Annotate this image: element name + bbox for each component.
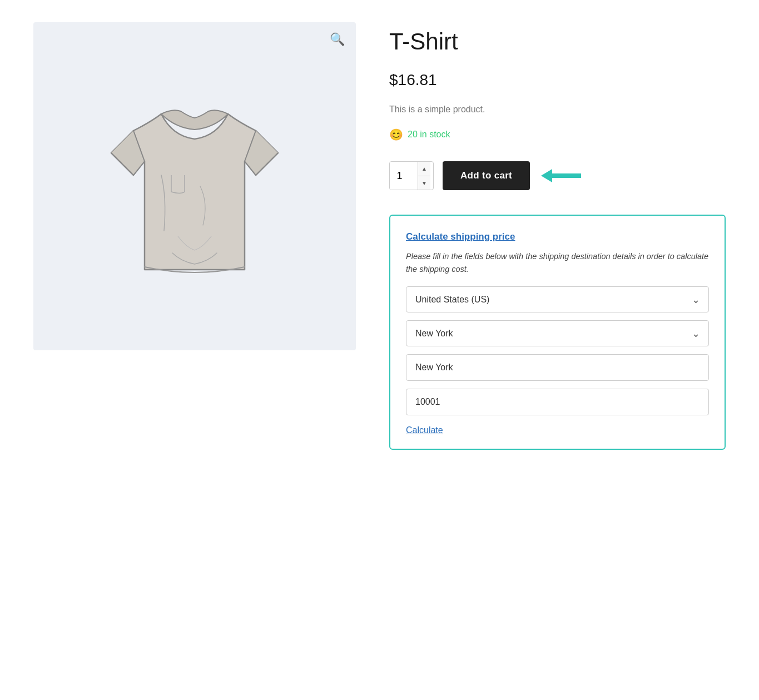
state-select[interactable]: New York xyxy=(406,320,709,346)
city-input[interactable] xyxy=(406,354,709,381)
quantity-down-button[interactable]: ▼ xyxy=(418,176,430,190)
add-to-cart-button[interactable]: Add to cart xyxy=(443,161,530,190)
shipping-description: Please fill in the fields below with the… xyxy=(406,250,709,275)
product-price: $16.81 xyxy=(389,71,726,89)
country-select-wrapper: United States (US) ⌄ xyxy=(406,286,709,312)
product-image-wrapper: 🔍 xyxy=(33,22,356,350)
stock-smile-icon: 😊 xyxy=(389,128,403,141)
stock-status: 😊 20 in stock xyxy=(389,128,726,141)
stock-text: 20 in stock xyxy=(408,130,450,140)
calculate-button[interactable]: Calculate xyxy=(406,425,443,435)
state-select-wrapper: New York ⌄ xyxy=(406,320,709,346)
quantity-input-wrapper: ▲ ▼ xyxy=(389,161,434,190)
shipping-calculator: Calculate shipping price Please fill in … xyxy=(389,215,726,450)
quantity-spinners: ▲ ▼ xyxy=(418,162,430,190)
add-to-cart-arrow-indicator xyxy=(539,166,583,186)
add-to-cart-row: ▲ ▼ Add to cart xyxy=(389,161,726,190)
product-title: T-Shirt xyxy=(389,28,726,56)
product-details: T-Shirt $16.81 This is a simple product.… xyxy=(389,22,726,450)
postcode-input[interactable] xyxy=(406,389,709,415)
quantity-input[interactable] xyxy=(390,162,418,190)
quantity-up-button[interactable]: ▲ xyxy=(418,162,430,176)
country-select[interactable]: United States (US) xyxy=(406,286,709,312)
page-container: 🔍 T-Shirt $16.81 This is a simple produc xyxy=(0,0,759,700)
product-image xyxy=(89,64,300,309)
zoom-icon[interactable]: 🔍 xyxy=(330,32,345,47)
shipping-calculator-title[interactable]: Calculate shipping price xyxy=(406,231,709,242)
product-description: This is a simple product. xyxy=(389,105,726,115)
svg-marker-0 xyxy=(541,169,581,182)
